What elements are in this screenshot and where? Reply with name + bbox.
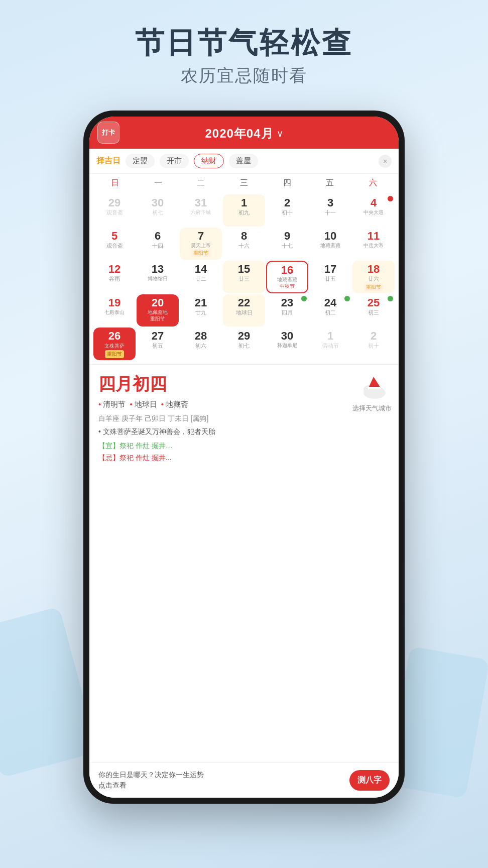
calendar-header: 打卡 2020年04月 ∨ (89, 117, 399, 149)
detail-note: • 文殊菩萨圣诞又万神善会，犯者天胎 (98, 427, 390, 437)
filter-close-button[interactable]: × (379, 155, 392, 168)
fortune-text: 你的生日是哪天？决定你一生运势 点击查看 (98, 770, 204, 791)
day-24[interactable]: 24 初二 (309, 294, 351, 327)
day-19[interactable]: 19 七殿泰山 (93, 294, 136, 327)
day-7[interactable]: 7 昊天上帝 重阳节 (180, 228, 222, 260)
weather-city-label[interactable]: 选择天气城市 (352, 404, 392, 413)
day-29[interactable]: 29 初七 (223, 328, 265, 360)
green-badge-icon (301, 296, 307, 301)
holiday-badge-icon (388, 196, 393, 201)
header-subtitle: 农历宜忌随时看 (0, 64, 488, 87)
weekday-tue: 二 (179, 177, 222, 189)
day-1-next[interactable]: 1 劳动节 (309, 328, 351, 360)
day-8[interactable]: 8 十六 (223, 228, 265, 260)
weekday-sat: 六 (351, 177, 395, 189)
auspicious-filter: 择吉日 定盟 开市 纳财 盖屋 × (89, 149, 399, 174)
svg-rect-4 (368, 387, 381, 389)
day-5[interactable]: 5 观音斋 (93, 228, 136, 260)
day-14[interactable]: 14 廿二 (180, 261, 222, 293)
day-22[interactable]: 22 地球日 (223, 294, 265, 327)
phone-screen: 打卡 2020年04月 ∨ 择吉日 定盟 开市 纳财 盖屋 × 日 一 二 三 … (89, 117, 399, 798)
filter-tag-gaiwu[interactable]: 盖屋 (229, 154, 258, 168)
svg-point-5 (379, 376, 383, 380)
weekday-mon: 一 (137, 177, 180, 189)
detail-tag-1: 地球日 (130, 400, 157, 409)
day-25[interactable]: 25 初三 (352, 294, 395, 327)
chongyang-selected-label: 重阳节 (150, 315, 165, 322)
fortune-button[interactable]: 测八字 (349, 770, 390, 791)
day-9[interactable]: 9 十七 (266, 228, 308, 260)
day-15[interactable]: 15 廿三 (223, 261, 265, 293)
day-28[interactable]: 28 初六 (180, 328, 222, 360)
weekday-wed: 三 (222, 177, 266, 189)
day-10[interactable]: 10 地藏斋藏 (309, 228, 351, 260)
day-23[interactable]: 23 四月 (266, 294, 308, 327)
green-badge-icon-25 (388, 296, 393, 301)
day-29-prev[interactable]: 29 观音斋 (93, 194, 136, 227)
weather-icon (359, 373, 390, 403)
day-30[interactable]: 30 释迦牟尼 (266, 328, 308, 360)
detail-yi: 【宜】祭祀 作灶 掘井… (98, 442, 390, 451)
detail-lunar-date: 四月初四 (98, 373, 390, 396)
weekday-fri: 五 (309, 177, 352, 189)
weekday-sun: 日 (93, 177, 137, 189)
fortune-banner: 你的生日是哪天？决定你一生运势 点击查看 测八字 (89, 762, 399, 798)
phone-mockup: 打卡 2020年04月 ∨ 择吉日 定盟 开市 纳财 盖屋 × 日 一 二 三 … (83, 111, 405, 804)
day-2[interactable]: 2 初十 (266, 194, 308, 227)
zhongqiu-label: 中秋节 (280, 283, 295, 290)
chevron-down-icon: ∨ (277, 128, 283, 139)
day-12[interactable]: 12 谷雨 (93, 261, 136, 293)
filter-tag-kaishi[interactable]: 开市 (160, 154, 189, 168)
day-11[interactable]: 11 中岳大帝 (352, 228, 395, 260)
day-2-next[interactable]: 2 初十 (352, 328, 395, 360)
day-31-prev[interactable]: 31 六府卞城 (180, 194, 222, 227)
day-4[interactable]: 4 中央大道 (352, 194, 395, 227)
day-18[interactable]: 18 廿六 重阳节 (352, 261, 395, 293)
green-badge-icon-24 (344, 296, 350, 301)
detail-tags-row: 清明节 地球日 地藏斋 (98, 400, 390, 409)
month-selector[interactable]: 2020年04月 ∨ (205, 126, 283, 142)
calendar-grid: 29 观音斋 30 初七 31 六府卞城 1 初九 2 初十 3 十一 (89, 192, 399, 364)
day-30-prev[interactable]: 30 初七 (137, 194, 179, 227)
day-16-today[interactable]: 16 地藏斋藏 中秋节 (266, 261, 308, 293)
day-17[interactable]: 17 廿五 (309, 261, 351, 293)
day-1[interactable]: 1 初九 (223, 194, 265, 227)
day-13[interactable]: 13 博物馆日 (137, 261, 179, 293)
day-26-selected[interactable]: 26 文殊菩萨 重阳节 (93, 328, 136, 360)
detail-zodiac: 白羊座 庚子年 己卯日 丁未日 [属狗] (98, 414, 390, 423)
filter-label: 择吉日 (96, 156, 120, 166)
header-title: 节日节气轻松查 (0, 25, 488, 60)
header-section: 节日节气轻松查 农历宜忌随时看 (0, 0, 488, 102)
chongyang-badge: 重阳节 (191, 249, 210, 257)
chongyang-badge-18: 重阳节 (364, 283, 383, 291)
detail-panel: 选择天气城市 四月初四 清明节 地球日 地藏斋 白羊座 庚子年 己卯日 丁未日 … (89, 364, 399, 762)
checkin-button[interactable]: 打卡 (97, 122, 119, 144)
chongyang-badge-26: 重阳节 (105, 350, 124, 358)
detail-tag-2: 地藏斋 (161, 400, 188, 409)
month-title: 2020年04月 (205, 126, 273, 142)
day-6[interactable]: 6 十四 (137, 228, 179, 260)
day-20-selected[interactable]: 20 地藏斋地 重阳节 (137, 294, 179, 327)
detail-tag-0: 清明节 (98, 400, 126, 409)
day-21[interactable]: 21 廿九 (180, 294, 222, 327)
filter-tag-dingmeng[interactable]: 定盟 (126, 154, 155, 168)
day-3[interactable]: 3 十一 (309, 194, 351, 227)
detail-ji: 【忌】祭祀 作灶 掘井... (98, 454, 390, 463)
filter-tag-naicai[interactable]: 纳财 (194, 154, 224, 168)
weekday-header: 日 一 二 三 四 五 六 (89, 174, 399, 192)
day-27[interactable]: 27 初五 (137, 328, 179, 360)
weekday-thu: 四 (266, 177, 309, 189)
